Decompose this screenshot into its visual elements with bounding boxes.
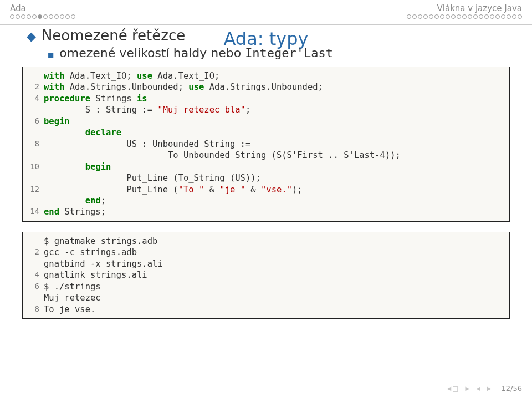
line-number: 6 (28, 116, 44, 127)
progress-dot[interactable] (32, 14, 37, 19)
progress-dot[interactable] (65, 14, 70, 19)
line-number: 8 (28, 139, 44, 150)
line-number (28, 150, 44, 161)
code-line: procedure Strings is (44, 93, 147, 104)
code-line: end; (44, 195, 106, 206)
progress-dot[interactable] (446, 14, 450, 19)
progress-dot[interactable] (60, 14, 64, 19)
progress-dot[interactable] (468, 14, 472, 19)
progress-dots-left (10, 14, 75, 19)
slide-header: Ada Vlákna v jazyce Java (0, 0, 532, 13)
bullet-level2-code: Integer'Last (245, 46, 333, 60)
line-number: 8 (28, 304, 44, 315)
progress-dot[interactable] (440, 14, 444, 19)
code-line: gcc -c strings.adb (44, 247, 137, 258)
code-line: begin (44, 161, 111, 172)
progress-dot[interactable] (54, 14, 59, 19)
progress-dot[interactable] (43, 14, 48, 19)
code-line: Put_Line ("To " & "je " & "vse."); (44, 184, 303, 195)
bullet-level2-prefix: omezené velikostí haldy nebo (59, 46, 245, 60)
progress-dot[interactable] (38, 14, 42, 19)
code-line: $ gnatmake strings.adb (44, 236, 157, 247)
line-number (28, 195, 44, 206)
page-counter: 12/56 (502, 384, 522, 393)
progress-dot[interactable] (462, 14, 467, 19)
bullet-level2: ■ omezené velikostí haldy nebo Integer'L… (48, 46, 510, 60)
header-right: Vlákna v jazyce Java (437, 3, 522, 13)
progress-dot[interactable] (429, 14, 433, 19)
progress-dot[interactable] (512, 14, 516, 19)
nav-prev-slide-icon[interactable]: ◀ (476, 385, 480, 393)
line-number (28, 236, 44, 247)
nav-prev-section-icon[interactable]: ◀□ (447, 385, 458, 393)
header-left: Ada (10, 3, 26, 13)
progress-dot[interactable] (407, 14, 411, 19)
code-line: declare (44, 127, 121, 138)
code-line: Muj retezec (44, 292, 101, 303)
line-number (28, 258, 44, 269)
progress-dot[interactable] (21, 14, 25, 19)
code-line: US : Unbounded_String := (44, 139, 250, 150)
progress-dot[interactable] (49, 14, 53, 19)
code-listing-shell: $ gnatmake strings.adb2gcc -c strings.ad… (22, 232, 510, 319)
line-number: 14 (28, 206, 44, 217)
code-line: begin (44, 116, 70, 127)
progress-dot[interactable] (71, 14, 75, 19)
line-number: 6 (28, 281, 44, 292)
line-number (28, 70, 44, 82)
slide-footer: ◀□ ▶ ◀ ▶ 12/56 (447, 384, 522, 393)
code-line: S : String := "Muj retezec bla"; (44, 104, 250, 115)
progress-dot[interactable] (418, 14, 422, 19)
progress-dot[interactable] (27, 14, 31, 19)
nav-icons[interactable]: ◀□ ▶ ◀ ▶ (447, 385, 491, 393)
progress-dot[interactable] (423, 14, 428, 19)
progress-dot[interactable] (490, 14, 494, 19)
diamond-icon: ◆ (27, 29, 36, 43)
progress-dot[interactable] (412, 14, 417, 19)
progress-dot[interactable] (16, 14, 20, 19)
code-line: gnatbind -x strings.ali (44, 258, 163, 269)
code-listing-ada: with Ada.Text_IO; use Ada.Text_IO;2with … (22, 67, 510, 222)
line-number: 4 (28, 93, 44, 104)
code-line: Put_Line (To_String (US)); (44, 172, 261, 184)
progress-dot[interactable] (507, 14, 511, 19)
progress-dot[interactable] (484, 14, 489, 19)
line-number: 12 (28, 184, 44, 195)
progress-dot[interactable] (451, 14, 456, 19)
progress-dot[interactable] (10, 14, 14, 19)
progress-dot[interactable] (457, 14, 461, 19)
code-line: To_Unbounded_String (S(S'First .. S'Last… (44, 150, 401, 161)
progress-dot[interactable] (495, 14, 500, 19)
line-number: 2 (28, 82, 44, 93)
header-separator (0, 24, 532, 25)
line-number (28, 292, 44, 303)
line-number: 4 (28, 269, 44, 281)
bullet-level1-text: Neomezené řetězce (42, 27, 185, 44)
line-number (28, 172, 44, 184)
nav-next-section-icon[interactable]: ▶ (465, 385, 469, 393)
code-line: with Ada.Text_IO; use Ada.Text_IO; (44, 70, 219, 82)
bullet-level2-text: omezené velikostí haldy nebo Integer'Las… (59, 46, 333, 60)
line-number: 2 (28, 247, 44, 258)
code-line: gnatlink strings.ali (44, 269, 147, 281)
slide-content: Ada: typy ◆ Neomezené řetězce ■ omezené … (0, 28, 532, 319)
progress-dots (0, 13, 532, 24)
line-number (28, 104, 44, 115)
progress-dot[interactable] (501, 14, 505, 19)
line-number (28, 127, 44, 138)
progress-dot[interactable] (473, 14, 478, 19)
code-line: $ ./strings (44, 281, 101, 292)
progress-dot[interactable] (479, 14, 483, 19)
code-line: To je vse. (44, 304, 95, 315)
line-number: 10 (28, 161, 44, 172)
code-line: end Strings; (44, 206, 106, 217)
nav-next-slide-icon[interactable]: ▶ (487, 385, 492, 393)
progress-dots-right (407, 14, 522, 19)
progress-dot[interactable] (434, 14, 439, 19)
progress-dot[interactable] (518, 14, 522, 19)
code-line: with Ada.Strings.Unbounded; use Ada.Stri… (44, 82, 323, 93)
square-icon: ■ (48, 51, 54, 59)
